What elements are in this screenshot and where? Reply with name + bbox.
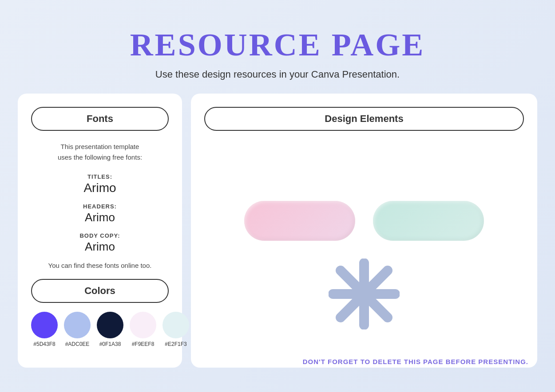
color-hex-2: #0F1A38 (99, 341, 121, 347)
fonts-colors-card: Fonts This presentation template uses th… (18, 94, 182, 368)
pill-row (244, 201, 484, 241)
design-elements-header: Design Elements (204, 107, 524, 131)
color-circle-3 (130, 312, 156, 338)
headers-font-name: Arimo (31, 211, 169, 224)
color-circle-1 (64, 312, 91, 338)
teal-pill (373, 201, 484, 241)
color-swatches: #5D43F8#ADC0EE#0F1A38#F9EEF8#E2F1F3 (31, 312, 169, 347)
color-circle-0 (31, 312, 58, 338)
page-title: RESOURCE PAGE (130, 27, 425, 63)
design-elements-area (204, 141, 524, 389)
cards-container: Fonts This presentation template uses th… (18, 94, 537, 368)
pink-pill (244, 201, 355, 241)
title-font-entry: TITLES: Arimo (31, 173, 169, 195)
colors-header: Colors (31, 279, 169, 303)
headers-font-label: HEADERS: (31, 203, 169, 210)
body-font-name: Arimo (31, 240, 169, 254)
color-hex-0: #5D43F8 (33, 341, 55, 347)
footer-note: DON'T FORGET TO DELETE THIS PAGE BEFORE … (303, 358, 528, 365)
color-circle-4 (163, 312, 189, 338)
title-font-label: TITLES: (31, 173, 169, 180)
color-item-1: #ADC0EE (64, 312, 91, 347)
color-hex-1: #ADC0EE (65, 341, 90, 347)
color-item-4: #E2F1F3 (163, 312, 189, 347)
body-font-label: BODY COPY: (31, 232, 169, 239)
body-font-entry: BODY COPY: Arimo (31, 232, 169, 254)
color-item-2: #0F1A38 (97, 312, 123, 347)
color-hex-3: #F9EEF8 (132, 341, 155, 347)
asterisk-icon (329, 259, 400, 329)
color-hex-4: #E2F1F3 (165, 341, 186, 347)
page-container: RESOURCE PAGE Use these design resources… (0, 0, 555, 392)
fonts-header: Fonts (31, 107, 169, 131)
color-item-0: #5D43F8 (31, 312, 58, 347)
headers-font-entry: HEADERS: Arimo (31, 203, 169, 224)
page-subtitle: Use these design resources in your Canva… (130, 69, 425, 80)
color-circle-2 (97, 312, 123, 338)
header-section: RESOURCE PAGE Use these design resources… (130, 27, 425, 80)
color-item-3: #F9EEF8 (130, 312, 156, 347)
title-font-name: Arimo (31, 181, 169, 195)
font-online-note: You can find these fonts online too. (31, 262, 169, 269)
fonts-description: This presentation template uses the foll… (31, 141, 169, 163)
design-elements-card: Design Elements (191, 94, 537, 368)
